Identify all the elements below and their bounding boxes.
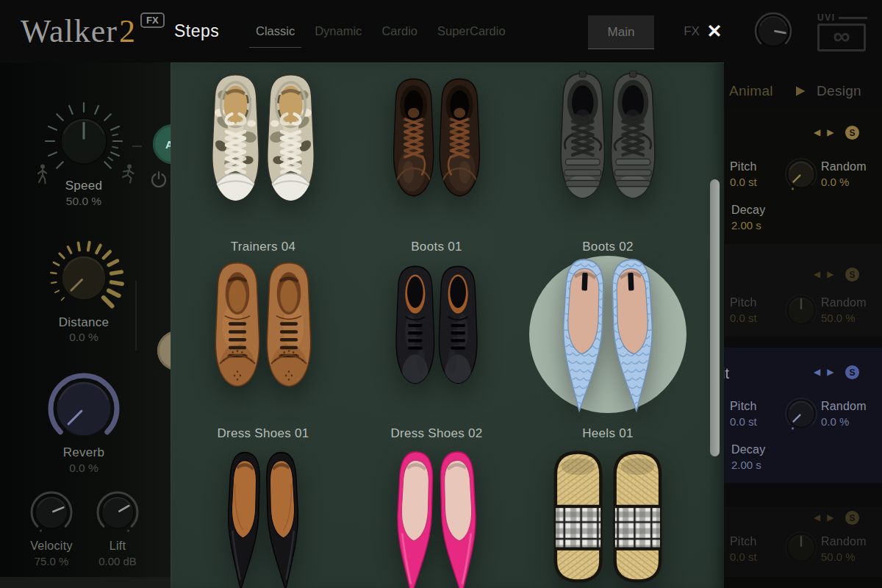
tab-classic[interactable]: Classic [256, 24, 295, 38]
left-panel: Speed 50.0 % Au Distance 0.0 % Li Reverb… [0, 62, 171, 588]
speed-value: 50.0 % [25, 195, 143, 208]
link-connector [135, 281, 137, 351]
logo-walker: Walker [21, 12, 118, 50]
reverb-label: Reverb [25, 445, 143, 460]
shoe-tile-label: Boots 02 [534, 240, 681, 254]
scrollbar-thumb[interactable] [710, 179, 720, 456]
speed-knob[interactable] [41, 98, 126, 187]
shoe-tile-heels-01[interactable] [553, 255, 662, 414]
fx-badge: FX [140, 12, 165, 28]
mod-connector [132, 146, 142, 147]
mode-tabs: ClassicDynamicCardioSuperCardio [256, 0, 506, 62]
topbar: Walker 2 FX Steps ClassicDynamicCardioSu… [0, 0, 882, 62]
tab-supercardio[interactable]: SuperCardio [437, 24, 506, 38]
distance-knob[interactable] [41, 235, 126, 323]
shoe-tile-label: Boots 01 [363, 240, 510, 254]
reverb-knob[interactable] [46, 370, 122, 450]
shoe-tile-dress-shoes-02[interactable] [392, 264, 481, 399]
uvi-logo: UVI ∞ [817, 12, 867, 51]
uvi-text: UVI [817, 12, 836, 23]
shoe-tile-pumpblack[interactable] [220, 448, 306, 588]
random-value: 50.0 % [821, 551, 856, 563]
app-logo: Walker 2 FX [21, 0, 165, 62]
sample-nav-arrows: ◀▶ [814, 512, 833, 523]
random-knob[interactable] [784, 531, 818, 567]
steps-picker-modal: Trainers 04Boots 01Boots 02Dress Shoes 0… [171, 62, 724, 588]
shoe-tile-trainers-04[interactable] [208, 72, 318, 218]
shoe-tile-label: Heels 01 [534, 426, 681, 441]
distance-value: 0.0 % [25, 331, 143, 344]
link-pill[interactable]: Li [157, 331, 171, 370]
shoe-tile-pumppink[interactable] [389, 448, 484, 588]
auto-pill[interactable]: Au [153, 124, 171, 164]
right-panel: Animal Design ◀▶SPitch0.0 stRandom0.0 %D… [724, 62, 882, 588]
shoe-tile-label: Trainers 04 [190, 240, 337, 254]
left-footer-strip [0, 577, 171, 588]
speed-label: Speed [25, 179, 143, 193]
lift-knob[interactable] [95, 490, 140, 538]
tab-dynamic[interactable]: Dynamic [315, 24, 362, 38]
shoe-tile-slide[interactable] [550, 450, 666, 588]
shoe-tile-label: Dress Shoes 02 [363, 426, 510, 441]
arrow-left-icon[interactable]: ◀ [814, 512, 820, 523]
distance-label: Distance [25, 315, 143, 330]
master-knob[interactable] [753, 11, 793, 51]
shoe-tile-boots-01[interactable] [390, 76, 484, 212]
pitch-label: Pitch [730, 535, 757, 548]
tab-cardio[interactable]: Cardio [381, 24, 417, 38]
lift-label: Lift [74, 539, 162, 553]
shoe-tile-dress-shoes-01[interactable] [212, 260, 315, 403]
close-icon[interactable]: ✕ [698, 0, 731, 62]
main-view-button[interactable]: Main [588, 15, 654, 49]
random-label: Random [821, 535, 867, 548]
pitch-value: 0.0 st [730, 551, 757, 563]
uvi-infinity-icon: ∞ [817, 24, 866, 51]
lift-value: 0.00 dB [74, 555, 162, 567]
solo-badge[interactable]: S [845, 511, 859, 525]
shoe-tile-boots-02[interactable] [556, 71, 659, 215]
power-icon[interactable] [148, 169, 169, 190]
arrow-right-icon[interactable]: ▶ [827, 512, 833, 523]
logo-2: 2 [119, 12, 135, 50]
uvi-line [839, 17, 867, 19]
reverb-value: 0.0 % [25, 462, 143, 475]
velocity-knob[interactable] [29, 490, 74, 538]
page-title: Steps [174, 0, 219, 62]
shoe-tile-label: Dress Shoes 01 [190, 426, 337, 441]
sample-row-4: ◀▶SPitch0.0 stRandom50.0 % [724, 62, 882, 588]
